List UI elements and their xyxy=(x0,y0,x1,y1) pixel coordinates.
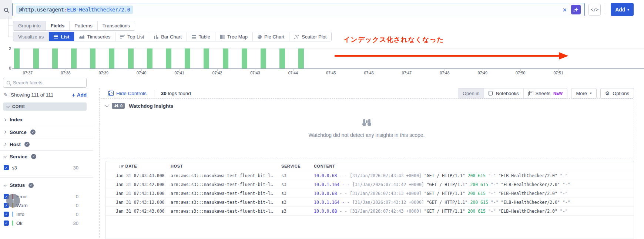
chart-bar[interactable] xyxy=(261,48,266,68)
chart-bar[interactable] xyxy=(14,48,20,68)
column-header-content[interactable]: CONTENT xyxy=(314,164,634,168)
facet-status[interactable]: Status ✓ xyxy=(0,179,93,191)
clear-query-icon[interactable]: × xyxy=(563,6,567,13)
content-segment xyxy=(486,173,488,178)
facet-service[interactable]: Service ✓ xyxy=(0,150,93,162)
viz-tab-label: List xyxy=(61,34,69,40)
viz-tab-timeseries[interactable]: Timeseries xyxy=(74,32,115,41)
code-view-button[interactable]: </> xyxy=(588,4,601,16)
facet-item-s3[interactable]: ✓s330 xyxy=(0,163,93,172)
tab-patterns[interactable]: Patterns xyxy=(70,21,97,30)
x-axis-line xyxy=(12,68,644,69)
chart-bar[interactable] xyxy=(279,48,285,68)
column-header-host[interactable]: HOST xyxy=(171,164,281,168)
facet-search-field[interactable] xyxy=(13,80,76,85)
facet-item-ok[interactable]: ✓Ok30 xyxy=(0,219,93,228)
viz-tab-top-list[interactable]: Top List xyxy=(115,32,149,41)
viz-tab-pie-chart[interactable]: Pie Chart xyxy=(253,32,289,41)
content-segment xyxy=(557,191,560,196)
checkbox-checked[interactable]: ✓ xyxy=(4,165,9,170)
column-header-service[interactable]: SERVICE xyxy=(281,164,314,168)
chart-bar[interactable] xyxy=(298,48,304,68)
x-axis-tick-label: 07:42 xyxy=(212,71,222,75)
column-header-date[interactable]: DATE xyxy=(125,164,137,168)
facet-item-info[interactable]: ✓Info0 xyxy=(0,210,93,219)
content-segment xyxy=(424,200,427,205)
content-segment xyxy=(560,182,563,187)
options-button[interactable]: ⚙ Options xyxy=(600,88,634,98)
x-axis-tick-label: 07:48 xyxy=(440,71,449,75)
chart-bar[interactable] xyxy=(90,48,95,68)
chart-bar[interactable] xyxy=(128,48,134,68)
sort-descending-icon[interactable]: ↓ xyxy=(118,164,124,169)
sheets-button[interactable]: Sheets NEW xyxy=(524,88,567,98)
status-color-chip xyxy=(12,221,13,226)
table-row[interactable]: Jan 31 07:43:13.000arn:aws:s3:::masukawa… xyxy=(106,189,634,198)
content-segment xyxy=(557,173,560,178)
chart-bar[interactable] xyxy=(52,48,58,68)
options-label: Options xyxy=(613,91,629,96)
facet-item-count: 0 xyxy=(76,203,78,208)
query-separator: : xyxy=(64,7,67,13)
viz-tab-label: Timeseries xyxy=(87,34,110,40)
facet-search-input[interactable] xyxy=(3,78,87,88)
table-row[interactable]: Jan 31 07:42:43.000arn:aws:s3:::masukawa… xyxy=(106,206,634,215)
watchdog-header[interactable]: 0 Watchdog Insights xyxy=(100,99,634,109)
content-segment: 10.0.0.68 xyxy=(314,191,337,196)
hide-controls-button[interactable]: Hide Controls xyxy=(108,91,147,96)
core-section-header[interactable]: CORE xyxy=(3,102,87,111)
row-status-marker xyxy=(106,191,116,196)
chart-bar[interactable] xyxy=(71,48,77,68)
facet-item-count: 0 xyxy=(76,212,78,217)
scroll-to-top-button[interactable]: ↑ xyxy=(6,194,20,208)
content-segment: "GET / HTTP/1.1" xyxy=(424,209,465,214)
chart-bar[interactable] xyxy=(109,48,114,68)
log-table: ↓ DATE HOST SERVICE CONTENT Jan 31 07:43… xyxy=(105,161,634,239)
chart-bar[interactable] xyxy=(204,48,209,68)
add-button[interactable]: Add ▾ xyxy=(611,3,634,16)
checkbox-checked[interactable]: ✓ xyxy=(4,212,9,217)
chart-bar[interactable] xyxy=(185,48,190,68)
add-facet-button[interactable]: + Add xyxy=(72,92,87,98)
table-row[interactable]: Jan 31 07:43:43.000arn:aws:s3:::masukawa… xyxy=(106,171,634,180)
facet-sidebar: ✎ Showing 111 of 111 + Add CORE Index So… xyxy=(0,76,93,239)
x-axis-tick-label: 07:38 xyxy=(61,71,70,75)
chart-bar[interactable] xyxy=(223,48,228,68)
viz-tab-list[interactable]: List xyxy=(49,32,74,41)
table-row-partial[interactable] xyxy=(106,215,634,219)
viz-tab-table[interactable]: Table xyxy=(187,32,215,41)
checkbox-checked[interactable]: ✓ xyxy=(4,221,9,226)
facet-source[interactable]: Source ✓ xyxy=(0,126,93,138)
arrow-up-icon: ↑ xyxy=(11,197,15,205)
content-segment xyxy=(560,200,563,205)
cell-host: arn:aws:s3:::masukawa-test-fluent-bit-l… xyxy=(171,200,281,205)
facet-item-label: Ok xyxy=(16,221,23,226)
cell-service: s3 xyxy=(281,182,314,187)
visualize-as-tabs: Visualize asListTimeseriesTop ListBar Ch… xyxy=(13,32,332,41)
table-row[interactable]: Jan 31 07:43:42.000arn:aws:s3:::masukawa… xyxy=(106,180,634,189)
table-row[interactable]: Jan 31 07:43:12.000arn:aws:s3:::masukawa… xyxy=(106,198,634,206)
viz-tab-tree-map[interactable]: Tree Map xyxy=(215,32,253,41)
facet-index[interactable]: Index xyxy=(0,114,93,126)
content-segment: "-" xyxy=(560,191,568,196)
query-token[interactable]: @http.useragent:ELB-HealthChecker/2.0 xyxy=(16,6,133,14)
notebooks-button[interactable]: Notebooks xyxy=(484,88,523,98)
content-segment: "-" xyxy=(560,209,568,214)
chart-bar[interactable] xyxy=(166,48,171,68)
chart-bar[interactable] xyxy=(33,48,39,68)
tab-transactions[interactable]: Transactions xyxy=(98,21,135,30)
viz-tab-scatter-plot[interactable]: Scatter Plot xyxy=(289,32,331,41)
viz-tab-bar-chart[interactable]: Bar Chart xyxy=(149,32,187,41)
tab-fields[interactable]: Fields xyxy=(46,21,70,30)
ai-sparkle-button[interactable] xyxy=(571,5,581,14)
timeseries-icon xyxy=(79,35,84,39)
content-segment: "-" xyxy=(488,173,496,178)
query-input[interactable]: @http.useragent:ELB-HealthChecker/2.0 × xyxy=(12,3,585,16)
chart-bar[interactable] xyxy=(242,48,247,68)
y-axis-tick-label: 2 xyxy=(7,46,11,51)
chart-bar[interactable] xyxy=(147,48,152,68)
facet-host[interactable]: Host ✓ xyxy=(0,138,93,150)
content-segment: - - xyxy=(339,182,352,187)
content-segment: "-" xyxy=(563,182,570,187)
more-button[interactable]: More ▾ xyxy=(571,88,596,98)
